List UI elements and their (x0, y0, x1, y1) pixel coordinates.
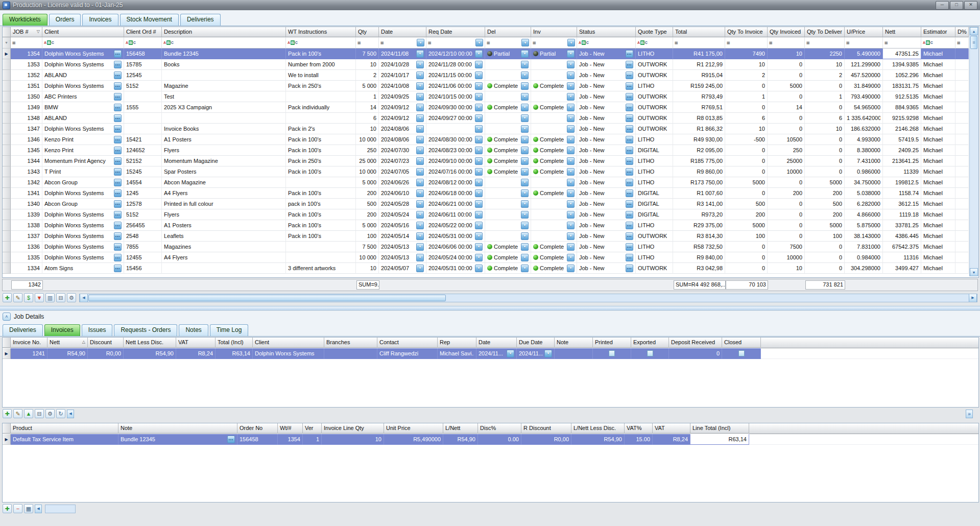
row-indicator[interactable] (3, 156, 11, 166)
column-header-disc[interactable]: Disc% (478, 423, 521, 434)
dropdown-button[interactable]: ▼ (475, 200, 483, 208)
ellipsis-button[interactable]: … (626, 50, 633, 58)
toolbar-overflow-button[interactable]: » (966, 410, 973, 418)
dropdown-button[interactable]: ▼ (416, 254, 424, 261)
ellipsis-button[interactable]: … (626, 93, 633, 101)
tab-deliveries[interactable]: Deliveries (180, 14, 221, 26)
column-header-date[interactable]: Date (476, 338, 517, 348)
column-header-client-ord[interactable]: Client Ord # (124, 27, 162, 37)
ellipsis-button[interactable]: … (114, 82, 122, 90)
column-header-printed[interactable]: Printed (593, 338, 631, 348)
dropdown-button[interactable]: ▼ (521, 254, 529, 261)
dropdown-button[interactable]: ▼ (416, 243, 424, 251)
column-header-qty-invoiced[interactable]: Qty Invoiced (768, 27, 805, 37)
column-header-exported[interactable]: Exported (631, 338, 669, 348)
ellipsis-button[interactable]: … (626, 114, 633, 122)
column-header-client[interactable]: Client (42, 27, 124, 37)
settings-button[interactable]: ⚙ (67, 293, 76, 302)
ellipsis-button[interactable]: … (114, 61, 122, 68)
table-row[interactable]: 1337Dolphin Worxs Systems…2548LeafletsPa… (3, 231, 978, 242)
row-indicator[interactable] (3, 188, 11, 199)
column-header-status[interactable]: Status (577, 27, 636, 37)
add-button[interactable]: ✚ (3, 409, 12, 418)
column-header-quote-type[interactable]: Quote Type (636, 27, 673, 37)
column-header-description[interactable]: Description (162, 27, 286, 37)
column-header-vat[interactable]: VAT (176, 338, 216, 348)
ellipsis-button[interactable]: … (626, 157, 633, 165)
dropdown-button[interactable]: ▼ (475, 265, 483, 272)
scroll-down-icon[interactable]: ▼ (970, 268, 978, 276)
dropdown-button[interactable]: ▼ (475, 168, 483, 176)
column-header-rep[interactable]: Rep (438, 338, 476, 348)
dropdown-button[interactable]: ▼ (567, 50, 575, 58)
column-header-nett-less-disc[interactable]: Nett Less Disc. (124, 338, 176, 348)
row-indicator[interactable] (3, 102, 11, 113)
dropdown-button[interactable]: ▼ (416, 93, 424, 101)
row-indicator[interactable] (3, 59, 11, 70)
table-row[interactable]: 1351Dolphin Worxs Systems…5152MagazinePa… (3, 81, 978, 91)
checkbox[interactable] (609, 350, 615, 356)
dropdown-button[interactable]: ▼ (475, 39, 483, 46)
dropdown-button[interactable]: ▼ (521, 189, 529, 197)
dropdown-button[interactable]: ▼ (521, 168, 529, 176)
ellipsis-button[interactable]: … (114, 168, 122, 176)
dropdown-button[interactable]: ▼ (567, 211, 575, 219)
checkbox[interactable] (647, 350, 653, 356)
dropdown-button[interactable]: ▼ (521, 200, 529, 208)
dropdown-button[interactable]: ▼ (567, 200, 575, 208)
dropdown-button[interactable]: ▼ (567, 125, 575, 133)
refresh-button[interactable]: ↻ (56, 409, 65, 418)
dropdown-button[interactable]: ▼ (567, 104, 575, 111)
column-header-wt-instructions[interactable]: WT Instructions (286, 27, 356, 37)
filter-cell-estimator[interactable]: ABC (921, 37, 955, 49)
dropdown-button[interactable]: ▼ (521, 179, 529, 186)
ellipsis-button[interactable]: … (114, 243, 122, 251)
ellipsis-button[interactable]: … (626, 125, 633, 133)
dropdown-button[interactable]: ▼ (521, 61, 529, 68)
dropdown-button[interactable]: ▼ (521, 71, 529, 79)
dropdown-button[interactable]: ▼ (475, 157, 483, 165)
row-indicator[interactable] (3, 81, 11, 91)
dropdown-button[interactable]: ▼ (475, 179, 483, 186)
dropdown-button[interactable]: ▼ (567, 114, 575, 122)
ellipsis-button[interactable]: … (114, 179, 122, 186)
dropdown-button[interactable]: ▼ (521, 136, 529, 144)
column-header-req-date[interactable]: Req Date (426, 27, 485, 37)
dropdown-button[interactable]: ▼ (475, 50, 483, 58)
filter-cell-total[interactable]: = (673, 37, 725, 49)
detail-tab-notes[interactable]: Notes (179, 324, 208, 336)
column-header-job[interactable]: JOB #▽ (11, 27, 42, 37)
print-button[interactable]: ⊟ (56, 293, 65, 302)
checkbox[interactable] (738, 350, 745, 356)
dropdown-button[interactable]: ▼ (521, 211, 529, 219)
dropdown-button[interactable]: ▼ (567, 243, 575, 251)
table-row[interactable]: 1350ABC Printers…Test12024/09/25▼2024/10… (3, 91, 978, 102)
dropdown-button[interactable]: ▼ (417, 39, 424, 46)
row-indicator[interactable] (3, 263, 11, 274)
dropdown-button[interactable]: ▼ (567, 61, 575, 68)
filter-cell-description[interactable]: ABC (162, 37, 286, 49)
filter-cell-u-price[interactable]: = (845, 37, 883, 49)
dropdown-button[interactable]: ▼ (521, 147, 529, 154)
row-indicator[interactable] (3, 220, 11, 231)
close-button[interactable]: ✕ (964, 1, 977, 10)
row-indicator[interactable]: ▶ (3, 49, 11, 59)
ellipsis-button[interactable]: … (626, 243, 633, 251)
column-header-total[interactable]: Total (673, 27, 725, 37)
row-indicator[interactable] (3, 145, 11, 156)
row-indicator[interactable] (3, 199, 11, 209)
detail-tab-issues[interactable]: Issues (82, 324, 113, 336)
maximize-button[interactable]: □ (950, 1, 963, 10)
column-header-r-discount[interactable]: R Discount (521, 423, 571, 434)
scrollbar-thumb[interactable] (88, 295, 446, 301)
ellipsis-button[interactable]: … (114, 114, 122, 122)
collapse-panel-button[interactable]: ˄ (3, 313, 11, 321)
dropdown-button[interactable]: ▼ (475, 82, 483, 90)
dropdown-button[interactable]: ▼ (475, 125, 483, 133)
edit-button[interactable]: ✎ (13, 293, 22, 302)
row-indicator[interactable] (3, 177, 11, 188)
column-header-due-date[interactable]: Due Date (517, 338, 555, 348)
table-row[interactable]: ▶1241R54,90R0,00R54,90R8,24R63,14Dolphin… (3, 348, 978, 359)
ellipsis-button[interactable]: … (114, 147, 122, 154)
column-header-nett[interactable]: Nett△ (47, 338, 88, 348)
